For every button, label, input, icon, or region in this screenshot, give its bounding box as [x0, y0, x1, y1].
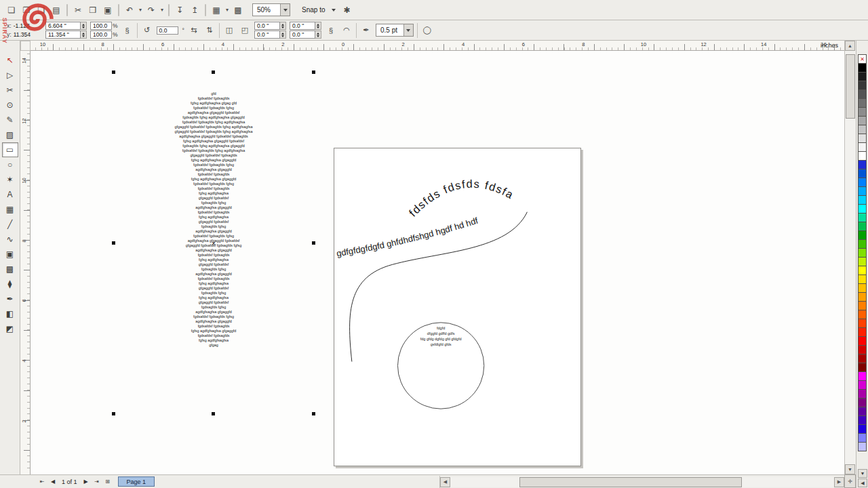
color-swatch[interactable]: [858, 152, 867, 161]
circle-text-line[interactable]: fdg gfdg dgfdg gfd gfdgfd: [420, 337, 462, 341]
color-swatch[interactable]: [858, 416, 867, 425]
document-page[interactable]: fdsfds fdsfds fdsfa gdfgfdgfdgfd ghfdhdf…: [334, 148, 581, 466]
drop-shadow-tool[interactable]: ▣: [2, 247, 18, 262]
freehand-tool[interactable]: ✎: [2, 113, 18, 127]
toolbar-separator[interactable]: [205, 4, 206, 16]
chevron-down-icon[interactable]: [280, 4, 290, 16]
color-swatch[interactable]: [858, 231, 867, 240]
color-swatch[interactable]: [858, 73, 867, 81]
circle-text-line[interactable]: dfggfd gdffd gdfs: [427, 331, 455, 336]
zoom-level-combo[interactable]: 50%: [252, 3, 290, 16]
color-swatch[interactable]: [858, 214, 867, 222]
stepper-icons[interactable]: [315, 30, 321, 39]
color-swatch[interactable]: [858, 434, 867, 443]
undo-dropdown-icon[interactable]: ▾: [137, 3, 144, 18]
stepper-icons[interactable]: [81, 22, 87, 30]
selection-handle[interactable]: [212, 412, 215, 415]
scroll-right-icon[interactable]: ▶: [834, 477, 844, 487]
color-swatch[interactable]: [858, 196, 867, 205]
color-swatch[interactable]: [858, 381, 867, 390]
next-page-button[interactable]: ▶: [81, 477, 91, 487]
undo-icon[interactable]: ↶: [122, 3, 137, 18]
add-page-button[interactable]: ⊞: [103, 477, 113, 487]
stepper-icons[interactable]: [81, 30, 87, 39]
eyedropper-tool[interactable]: ⧫: [2, 277, 18, 291]
color-swatch[interactable]: [858, 64, 867, 73]
selection-handle[interactable]: [112, 70, 115, 74]
arc-fitted-text[interactable]: fdsfds fdsfds fdsfa: [406, 178, 516, 219]
palette-flyout-icon[interactable]: ◀: [858, 479, 867, 487]
horizontal-scrollbar[interactable]: ◀ ▶: [439, 476, 844, 488]
zoom-tool[interactable]: ⊙: [2, 98, 18, 113]
welcome-screen-icon[interactable]: ▩: [231, 3, 245, 18]
horizontal-ruler[interactable]: 1086420246810121416: [31, 41, 844, 51]
object-width-field[interactable]: 6.604 ": [45, 22, 81, 30]
pick-tool[interactable]: ↖: [2, 53, 18, 68]
lock-corners-together-icon[interactable]: §: [325, 24, 337, 37]
redo-dropdown-icon[interactable]: ▾: [159, 3, 165, 18]
color-swatch[interactable]: [858, 275, 867, 284]
color-swatch[interactable]: [858, 319, 867, 328]
color-swatch[interactable]: [858, 161, 867, 169]
y-position-value[interactable]: 11.354: [14, 31, 31, 38]
color-swatch[interactable]: [858, 117, 867, 125]
new-document-icon[interactable]: ❏: [4, 3, 19, 18]
scroll-up-icon[interactable]: ▲: [845, 41, 855, 51]
snap-to-combo[interactable]: Snap to: [297, 3, 339, 16]
toolbar-separator[interactable]: [168, 4, 170, 16]
color-swatch[interactable]: [858, 266, 867, 275]
ellipse-tool[interactable]: ○: [2, 157, 18, 172]
chevron-down-icon[interactable]: [403, 24, 413, 36]
import-icon[interactable]: ↧: [172, 3, 187, 18]
color-swatch[interactable]: [858, 337, 867, 346]
snap-options-icon[interactable]: ✱: [339, 3, 354, 18]
vertical-scrollbar-thumb[interactable]: [846, 54, 855, 119]
connector-tool[interactable]: ∿: [2, 232, 18, 247]
corner-radius-field[interactable]: 0.0 ": [290, 22, 315, 30]
lock-aspect-ratio-icon[interactable]: §: [121, 24, 134, 37]
round-corner-icon[interactable]: ◠: [340, 24, 353, 37]
copy-icon[interactable]: ❒: [85, 3, 100, 18]
color-swatch[interactable]: [858, 81, 867, 90]
color-swatch[interactable]: [858, 302, 867, 310]
first-page-button[interactable]: ⇤: [37, 477, 47, 487]
color-swatch[interactable]: [858, 108, 867, 117]
table-tool[interactable]: ▦: [2, 202, 18, 217]
palette-scroll-down-icon[interactable]: ▼: [858, 469, 867, 478]
page-tab[interactable]: Page 1: [118, 476, 155, 487]
scroll-left-icon[interactable]: ◀: [440, 477, 450, 487]
corner-style-button[interactable]: ◰: [239, 24, 251, 37]
color-swatch[interactable]: [858, 169, 867, 178]
color-swatch[interactable]: [858, 293, 867, 302]
launcher-dropdown-icon[interactable]: ▾: [224, 3, 231, 18]
mirror-horizontal-button[interactable]: ⇆: [188, 24, 200, 37]
corner-style-button[interactable]: ◫: [223, 24, 235, 37]
color-swatch[interactable]: [858, 99, 867, 108]
selection-handle[interactable]: [212, 70, 215, 74]
object-height-field[interactable]: 11.354 ": [45, 30, 81, 39]
color-swatch[interactable]: [858, 425, 867, 434]
mirror-vertical-button[interactable]: ⇅: [203, 24, 216, 37]
x-position-value[interactable]: -1.128: [14, 22, 30, 29]
circle-text-line[interactable]: fdgfd: [437, 326, 445, 330]
color-swatch[interactable]: [858, 249, 867, 258]
color-swatch[interactable]: [858, 346, 867, 354]
scale-x-field[interactable]: 100.0: [90, 22, 112, 30]
navigator-icon[interactable]: ✛: [844, 474, 856, 488]
color-swatch[interactable]: [858, 354, 867, 363]
color-swatch[interactable]: [858, 178, 867, 187]
stepper-icons[interactable]: [280, 30, 286, 39]
corner-radius-field[interactable]: 0.0 ": [254, 22, 280, 30]
drawing-canvas[interactable]: gfdfgdsafdsf fgdsagfdsfgfsg agdfgfsagfsa…: [31, 51, 844, 474]
horizontal-scrollbar-track[interactable]: [450, 477, 834, 487]
color-swatch[interactable]: [858, 407, 867, 416]
curve-fitted-text[interactable]: gdfgfdgfdgfd ghfdhdfshgd hgdf hd hdf: [336, 216, 479, 259]
polygon-tool[interactable]: ✶: [2, 172, 18, 187]
stepper-icons[interactable]: [315, 22, 321, 30]
color-swatch[interactable]: [858, 258, 867, 266]
quick-customize-icon[interactable]: ◯: [421, 24, 433, 37]
open-document-icon[interactable]: ❐: [19, 3, 34, 18]
outline-width-combo[interactable]: 0.5 pt: [376, 24, 414, 37]
selection-handle[interactable]: [312, 412, 315, 415]
color-swatch[interactable]: [858, 310, 867, 319]
